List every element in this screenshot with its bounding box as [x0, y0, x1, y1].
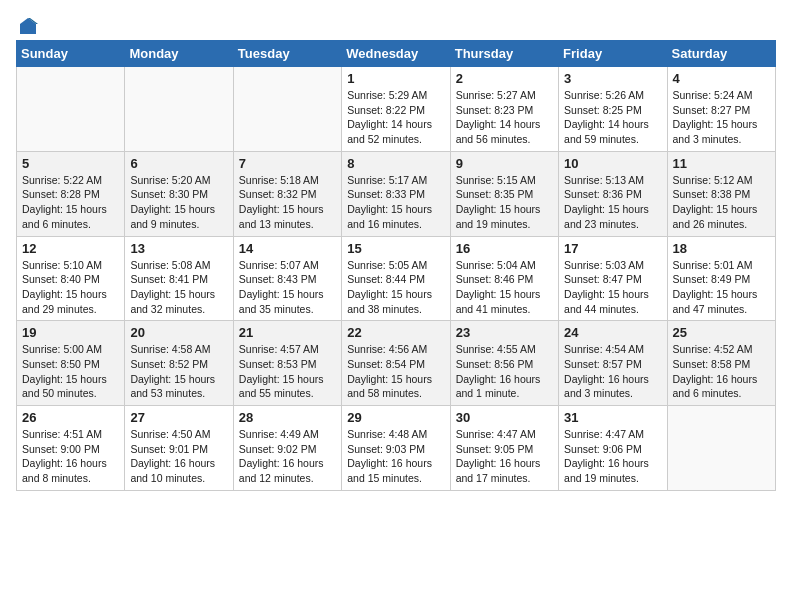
day-detail: Sunrise: 5:04 AM Sunset: 8:46 PM Dayligh…	[456, 258, 553, 317]
column-header-monday: Monday	[125, 41, 233, 67]
day-number: 7	[239, 156, 336, 171]
day-number: 20	[130, 325, 227, 340]
day-number: 12	[22, 241, 119, 256]
day-detail: Sunrise: 5:08 AM Sunset: 8:41 PM Dayligh…	[130, 258, 227, 317]
day-number: 25	[673, 325, 770, 340]
calendar-day-27: 27Sunrise: 4:50 AM Sunset: 9:01 PM Dayli…	[125, 406, 233, 491]
day-number: 26	[22, 410, 119, 425]
page-header	[16, 16, 776, 32]
calendar-table: SundayMondayTuesdayWednesdayThursdayFrid…	[16, 40, 776, 491]
calendar-empty-cell	[17, 67, 125, 152]
day-number: 2	[456, 71, 553, 86]
calendar-week-row: 19Sunrise: 5:00 AM Sunset: 8:50 PM Dayli…	[17, 321, 776, 406]
day-number: 31	[564, 410, 661, 425]
day-number: 5	[22, 156, 119, 171]
calendar-day-3: 3Sunrise: 5:26 AM Sunset: 8:25 PM Daylig…	[559, 67, 667, 152]
day-detail: Sunrise: 4:52 AM Sunset: 8:58 PM Dayligh…	[673, 342, 770, 401]
calendar-day-8: 8Sunrise: 5:17 AM Sunset: 8:33 PM Daylig…	[342, 151, 450, 236]
day-detail: Sunrise: 5:27 AM Sunset: 8:23 PM Dayligh…	[456, 88, 553, 147]
day-number: 17	[564, 241, 661, 256]
calendar-day-15: 15Sunrise: 5:05 AM Sunset: 8:44 PM Dayli…	[342, 236, 450, 321]
day-detail: Sunrise: 4:58 AM Sunset: 8:52 PM Dayligh…	[130, 342, 227, 401]
calendar-day-11: 11Sunrise: 5:12 AM Sunset: 8:38 PM Dayli…	[667, 151, 775, 236]
day-number: 21	[239, 325, 336, 340]
day-number: 29	[347, 410, 444, 425]
day-detail: Sunrise: 4:50 AM Sunset: 9:01 PM Dayligh…	[130, 427, 227, 486]
calendar-day-18: 18Sunrise: 5:01 AM Sunset: 8:49 PM Dayli…	[667, 236, 775, 321]
day-detail: Sunrise: 5:12 AM Sunset: 8:38 PM Dayligh…	[673, 173, 770, 232]
calendar-day-24: 24Sunrise: 4:54 AM Sunset: 8:57 PM Dayli…	[559, 321, 667, 406]
day-number: 19	[22, 325, 119, 340]
calendar-day-13: 13Sunrise: 5:08 AM Sunset: 8:41 PM Dayli…	[125, 236, 233, 321]
column-header-thursday: Thursday	[450, 41, 558, 67]
column-header-friday: Friday	[559, 41, 667, 67]
day-number: 14	[239, 241, 336, 256]
calendar-day-21: 21Sunrise: 4:57 AM Sunset: 8:53 PM Dayli…	[233, 321, 341, 406]
day-number: 6	[130, 156, 227, 171]
day-number: 16	[456, 241, 553, 256]
svg-marker-0	[20, 18, 36, 34]
day-detail: Sunrise: 5:17 AM Sunset: 8:33 PM Dayligh…	[347, 173, 444, 232]
day-number: 10	[564, 156, 661, 171]
calendar-day-30: 30Sunrise: 4:47 AM Sunset: 9:05 PM Dayli…	[450, 406, 558, 491]
day-detail: Sunrise: 4:48 AM Sunset: 9:03 PM Dayligh…	[347, 427, 444, 486]
logo	[16, 16, 38, 32]
column-header-saturday: Saturday	[667, 41, 775, 67]
column-header-sunday: Sunday	[17, 41, 125, 67]
calendar-day-5: 5Sunrise: 5:22 AM Sunset: 8:28 PM Daylig…	[17, 151, 125, 236]
day-detail: Sunrise: 5:13 AM Sunset: 8:36 PM Dayligh…	[564, 173, 661, 232]
day-number: 11	[673, 156, 770, 171]
calendar-week-row: 1Sunrise: 5:29 AM Sunset: 8:22 PM Daylig…	[17, 67, 776, 152]
calendar-week-row: 12Sunrise: 5:10 AM Sunset: 8:40 PM Dayli…	[17, 236, 776, 321]
day-detail: Sunrise: 4:51 AM Sunset: 9:00 PM Dayligh…	[22, 427, 119, 486]
calendar-day-29: 29Sunrise: 4:48 AM Sunset: 9:03 PM Dayli…	[342, 406, 450, 491]
calendar-day-1: 1Sunrise: 5:29 AM Sunset: 8:22 PM Daylig…	[342, 67, 450, 152]
calendar-day-16: 16Sunrise: 5:04 AM Sunset: 8:46 PM Dayli…	[450, 236, 558, 321]
calendar-day-17: 17Sunrise: 5:03 AM Sunset: 8:47 PM Dayli…	[559, 236, 667, 321]
day-number: 13	[130, 241, 227, 256]
day-number: 9	[456, 156, 553, 171]
calendar-day-14: 14Sunrise: 5:07 AM Sunset: 8:43 PM Dayli…	[233, 236, 341, 321]
day-detail: Sunrise: 5:07 AM Sunset: 8:43 PM Dayligh…	[239, 258, 336, 317]
day-detail: Sunrise: 4:56 AM Sunset: 8:54 PM Dayligh…	[347, 342, 444, 401]
calendar-day-26: 26Sunrise: 4:51 AM Sunset: 9:00 PM Dayli…	[17, 406, 125, 491]
day-detail: Sunrise: 5:24 AM Sunset: 8:27 PM Dayligh…	[673, 88, 770, 147]
day-detail: Sunrise: 4:49 AM Sunset: 9:02 PM Dayligh…	[239, 427, 336, 486]
day-number: 1	[347, 71, 444, 86]
day-number: 23	[456, 325, 553, 340]
column-header-wednesday: Wednesday	[342, 41, 450, 67]
day-detail: Sunrise: 5:01 AM Sunset: 8:49 PM Dayligh…	[673, 258, 770, 317]
day-number: 18	[673, 241, 770, 256]
day-detail: Sunrise: 5:26 AM Sunset: 8:25 PM Dayligh…	[564, 88, 661, 147]
day-detail: Sunrise: 5:29 AM Sunset: 8:22 PM Dayligh…	[347, 88, 444, 147]
calendar-day-10: 10Sunrise: 5:13 AM Sunset: 8:36 PM Dayli…	[559, 151, 667, 236]
day-number: 22	[347, 325, 444, 340]
day-number: 24	[564, 325, 661, 340]
calendar-day-4: 4Sunrise: 5:24 AM Sunset: 8:27 PM Daylig…	[667, 67, 775, 152]
day-detail: Sunrise: 5:15 AM Sunset: 8:35 PM Dayligh…	[456, 173, 553, 232]
calendar-day-7: 7Sunrise: 5:18 AM Sunset: 8:32 PM Daylig…	[233, 151, 341, 236]
calendar-week-row: 5Sunrise: 5:22 AM Sunset: 8:28 PM Daylig…	[17, 151, 776, 236]
day-detail: Sunrise: 4:47 AM Sunset: 9:06 PM Dayligh…	[564, 427, 661, 486]
day-detail: Sunrise: 5:00 AM Sunset: 8:50 PM Dayligh…	[22, 342, 119, 401]
day-detail: Sunrise: 5:20 AM Sunset: 8:30 PM Dayligh…	[130, 173, 227, 232]
calendar-day-12: 12Sunrise: 5:10 AM Sunset: 8:40 PM Dayli…	[17, 236, 125, 321]
logo-icon	[18, 16, 38, 36]
day-detail: Sunrise: 4:57 AM Sunset: 8:53 PM Dayligh…	[239, 342, 336, 401]
calendar-day-9: 9Sunrise: 5:15 AM Sunset: 8:35 PM Daylig…	[450, 151, 558, 236]
calendar-day-31: 31Sunrise: 4:47 AM Sunset: 9:06 PM Dayli…	[559, 406, 667, 491]
day-number: 4	[673, 71, 770, 86]
day-detail: Sunrise: 5:05 AM Sunset: 8:44 PM Dayligh…	[347, 258, 444, 317]
day-detail: Sunrise: 4:55 AM Sunset: 8:56 PM Dayligh…	[456, 342, 553, 401]
day-detail: Sunrise: 4:47 AM Sunset: 9:05 PM Dayligh…	[456, 427, 553, 486]
day-detail: Sunrise: 5:10 AM Sunset: 8:40 PM Dayligh…	[22, 258, 119, 317]
calendar-header-row: SundayMondayTuesdayWednesdayThursdayFrid…	[17, 41, 776, 67]
day-detail: Sunrise: 5:18 AM Sunset: 8:32 PM Dayligh…	[239, 173, 336, 232]
calendar-day-19: 19Sunrise: 5:00 AM Sunset: 8:50 PM Dayli…	[17, 321, 125, 406]
day-number: 30	[456, 410, 553, 425]
calendar-day-23: 23Sunrise: 4:55 AM Sunset: 8:56 PM Dayli…	[450, 321, 558, 406]
day-detail: Sunrise: 4:54 AM Sunset: 8:57 PM Dayligh…	[564, 342, 661, 401]
calendar-empty-cell	[667, 406, 775, 491]
day-detail: Sunrise: 5:22 AM Sunset: 8:28 PM Dayligh…	[22, 173, 119, 232]
calendar-day-28: 28Sunrise: 4:49 AM Sunset: 9:02 PM Dayli…	[233, 406, 341, 491]
